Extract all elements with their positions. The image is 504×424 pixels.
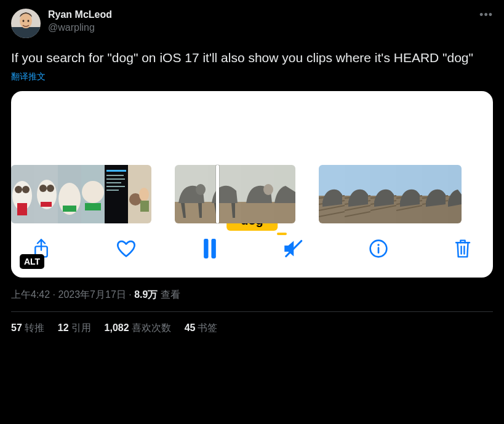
view-label: 查看	[161, 289, 180, 300]
svg-rect-21	[105, 165, 128, 223]
translate-link[interactable]: 翻译推文	[11, 71, 493, 82]
likes-stat[interactable]: 1,082喜欢次数	[105, 322, 171, 335]
clip-group-3	[319, 165, 462, 223]
caption-marker	[277, 233, 287, 235]
svg-point-75	[377, 244, 379, 246]
svg-rect-72	[211, 239, 215, 258]
svg-rect-71	[204, 239, 208, 258]
media-toolbar	[11, 223, 493, 278]
info-icon[interactable]	[369, 239, 388, 261]
svg-rect-24	[106, 178, 125, 180]
svg-rect-17	[63, 206, 76, 212]
svg-rect-14	[41, 202, 52, 207]
author-block: Ryan McLeod @warpling	[48, 9, 472, 34]
media-card[interactable]: "dog"	[11, 91, 493, 278]
timestamp-date[interactable]: 2023年7月17日	[58, 289, 126, 300]
svg-rect-38	[241, 202, 274, 223]
svg-rect-27	[106, 190, 119, 191]
timestamp-time[interactable]: 上午4:42	[11, 289, 50, 300]
mute-icon[interactable]	[282, 239, 303, 260]
svg-rect-31	[140, 201, 149, 212]
more-options-button[interactable]: •••	[472, 9, 493, 21]
svg-rect-41	[274, 202, 295, 223]
video-scrubber[interactable]	[11, 165, 493, 223]
trash-icon[interactable]	[454, 238, 472, 262]
author-handle[interactable]: @warpling	[48, 22, 472, 34]
svg-rect-36	[208, 202, 241, 223]
svg-point-13	[47, 185, 54, 192]
view-count: 8.9万	[134, 289, 158, 300]
svg-point-8	[22, 186, 30, 193]
svg-point-4	[28, 20, 30, 22]
clip-group-1	[11, 165, 151, 223]
author-name[interactable]: Ryan McLeod	[48, 9, 472, 21]
svg-rect-22	[106, 170, 126, 172]
quotes-stat[interactable]: 12引用	[58, 322, 91, 335]
svg-point-12	[39, 185, 47, 192]
avatar[interactable]	[11, 9, 41, 38]
retweets-stat[interactable]: 57转推	[11, 322, 44, 335]
tweet-meta: 上午4:42 · 2023年7月17日 · 8.9万 查看	[11, 289, 493, 312]
alt-badge[interactable]: ALT	[20, 254, 44, 269]
tweet-text: If you search for "dog" on iOS 17 it'll …	[11, 49, 493, 66]
svg-point-39	[263, 184, 273, 195]
bookmarks-stat[interactable]: 45书签	[185, 322, 218, 335]
svg-rect-23	[106, 175, 124, 176]
svg-point-7	[15, 186, 22, 193]
tweet-stats: 57转推 12引用 1,082喜欢次数 45书签	[11, 312, 493, 345]
svg-rect-33	[175, 202, 208, 223]
svg-point-3	[23, 20, 25, 22]
svg-point-19	[82, 181, 104, 203]
svg-rect-26	[106, 186, 125, 187]
svg-rect-9	[17, 203, 27, 215]
tweet: Ryan McLeod @warpling ••• If you search …	[0, 0, 504, 345]
svg-rect-25	[106, 182, 121, 183]
playhead[interactable]	[216, 165, 219, 223]
heart-icon[interactable]	[116, 239, 137, 260]
svg-point-30	[139, 188, 149, 201]
svg-point-34	[196, 184, 206, 195]
clip-group-2	[175, 165, 295, 223]
svg-rect-1	[11, 27, 41, 38]
pause-icon[interactable]	[202, 239, 218, 261]
svg-rect-20	[85, 203, 101, 210]
tweet-header: Ryan McLeod @warpling •••	[11, 9, 493, 38]
